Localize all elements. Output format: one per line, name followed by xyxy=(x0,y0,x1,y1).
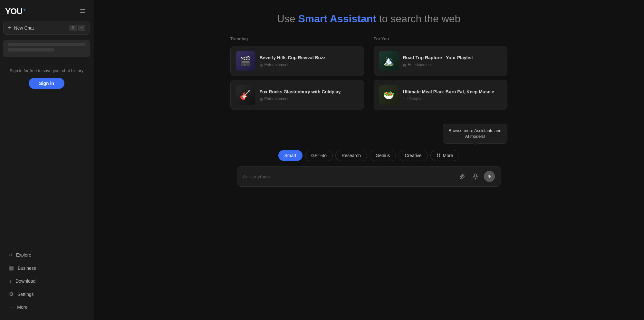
kbd-k: K xyxy=(78,25,85,31)
card-img-fox xyxy=(236,85,255,105)
card-category-meal: ⌂ Lifestyle xyxy=(403,97,502,101)
headline: Use Smart Assistant to search the web xyxy=(277,13,461,25)
new-chat-label: New Chat xyxy=(14,25,34,31)
card-img-meal xyxy=(379,85,399,105)
sidebar: YOU + New Chat ⌘ K Sign in for free to s… xyxy=(0,0,93,320)
sidebar-search-placeholder xyxy=(3,40,90,57)
for-you-section: For You Road Trip Rapture - Your Playlis… xyxy=(374,36,507,114)
sign-in-prompt: Sign in for free to save your chat histo… xyxy=(10,68,83,74)
tab-creative[interactable]: Creative xyxy=(399,150,428,161)
svg-rect-3 xyxy=(437,154,438,155)
svg-rect-6 xyxy=(439,155,440,157)
card-info-meal: Ultimate Meal Plan: Burn Fat, Keep Muscl… xyxy=(403,89,502,101)
svg-rect-1 xyxy=(80,11,83,11)
headline-prefix: Use xyxy=(277,13,298,24)
for-you-title: For You xyxy=(374,36,507,41)
category-icon-fox: ▦ xyxy=(260,97,263,101)
sidebar-nav: ○ Explore ▦ Business ↓ Download ⚙ Settin… xyxy=(0,245,93,320)
send-button[interactable] xyxy=(484,171,495,182)
attachment-button[interactable] xyxy=(458,172,467,181)
sidebar-item-explore[interactable]: ○ Explore xyxy=(3,249,91,261)
trending-section: Trending Beverly Hills Cop Revival Buzz … xyxy=(230,36,364,114)
search-input[interactable] xyxy=(243,174,454,179)
sidebar-sign-in-section: Sign in for free to save your chat histo… xyxy=(0,62,93,245)
placeholder-line-long xyxy=(8,43,85,46)
tab-genius[interactable]: Genius xyxy=(370,150,396,161)
logo: YOU xyxy=(5,6,25,16)
main-content: Use Smart Assistant to search the web Tr… xyxy=(93,0,644,320)
tab-gpt4o[interactable]: GPT-4o xyxy=(305,150,333,161)
card-info-road-trip: Road Trip Rapture - Your Playlist ▦ Ente… xyxy=(403,55,502,67)
sidebar-item-label-download: Download xyxy=(15,278,35,284)
svg-rect-4 xyxy=(439,154,440,155)
card-title-beverly: Beverly Hills Cop Revival Buzz xyxy=(260,55,359,61)
sidebar-item-business[interactable]: ▦ Business xyxy=(3,261,91,275)
svg-rect-5 xyxy=(437,155,438,157)
sidebar-item-download[interactable]: ↓ Download xyxy=(3,275,91,287)
category-icon-beverly: ▦ xyxy=(260,63,263,67)
tooltip-wrapper: Browse more Assistants and AI models! xyxy=(230,124,507,144)
search-bar-container xyxy=(237,166,501,187)
settings-icon: ⚙ xyxy=(9,291,14,297)
placeholder-line-short xyxy=(8,48,54,52)
svg-rect-7 xyxy=(475,174,476,177)
card-title-fox: Fox Rocks Glastonbury with Coldplay xyxy=(260,89,359,95)
microphone-button[interactable] xyxy=(471,172,480,181)
card-info-fox: Fox Rocks Glastonbury with Coldplay ▦ En… xyxy=(260,89,359,101)
sidebar-item-label-explore: Explore xyxy=(16,252,31,258)
sidebar-toggle-button[interactable] xyxy=(78,6,88,17)
svg-rect-0 xyxy=(80,9,85,10)
card-img-beverly xyxy=(236,51,255,71)
more-icon: ··· xyxy=(9,304,13,310)
sidebar-item-label-more: More xyxy=(17,305,27,310)
card-title-meal: Ultimate Meal Plan: Burn Fat, Keep Muscl… xyxy=(403,89,502,95)
tab-more[interactable]: More xyxy=(430,150,459,161)
logo-text: YOU xyxy=(5,6,22,16)
tab-smart[interactable]: Smart xyxy=(278,150,303,161)
sidebar-item-settings[interactable]: ⚙ Settings xyxy=(3,287,91,301)
tooltip-text: Browse more Assistants and AI models! xyxy=(448,128,501,139)
card-title-road-trip: Road Trip Rapture - Your Playlist xyxy=(403,55,502,61)
card-category-fox: ▦ Entertainment xyxy=(260,97,359,101)
card-meal[interactable]: Ultimate Meal Plan: Burn Fat, Keep Muscl… xyxy=(374,80,507,110)
sidebar-item-more[interactable]: ··· More xyxy=(3,301,91,314)
category-icon-meal: ⌂ xyxy=(403,97,405,101)
logo-dot xyxy=(24,9,25,11)
card-fox[interactable]: Fox Rocks Glastonbury with Coldplay ▦ En… xyxy=(230,80,364,110)
trending-title: Trending xyxy=(230,36,364,41)
tab-research[interactable]: Research xyxy=(335,150,367,161)
sidebar-item-label-business: Business xyxy=(18,266,36,271)
plus-icon: + xyxy=(8,24,12,31)
explore-icon: ○ xyxy=(9,252,12,258)
card-category-beverly: ▦ Entertainment xyxy=(260,62,359,67)
svg-rect-2 xyxy=(80,12,85,13)
card-road-trip[interactable]: Road Trip Rapture - Your Playlist ▦ Ente… xyxy=(374,46,507,76)
kbd-cmd: ⌘ xyxy=(69,25,77,31)
search-icons xyxy=(458,171,495,182)
tabs-row: Smart GPT-4o Research Genius Creative Mo… xyxy=(278,150,459,161)
new-chat-button[interactable]: + New Chat ⌘ K xyxy=(3,21,90,35)
tooltip-box: Browse more Assistants and AI models! xyxy=(443,124,507,144)
sidebar-search-area xyxy=(0,40,93,62)
sidebar-header: YOU xyxy=(0,0,93,21)
headline-accent: Smart Assistant xyxy=(298,13,376,24)
grid-icon xyxy=(437,153,441,158)
business-icon: ▦ xyxy=(9,265,14,271)
content-sections: Trending Beverly Hills Cop Revival Buzz … xyxy=(230,36,507,114)
download-icon: ↓ xyxy=(9,278,12,284)
search-bar xyxy=(237,166,501,187)
card-img-road-trip xyxy=(379,51,399,71)
card-beverly[interactable]: Beverly Hills Cop Revival Buzz ▦ Enterta… xyxy=(230,46,364,76)
category-icon-road-trip: ▦ xyxy=(403,63,406,67)
card-category-road-trip: ▦ Entertainment xyxy=(403,62,502,67)
sign-in-button[interactable]: Sign in xyxy=(29,78,64,89)
sidebar-item-label-settings: Settings xyxy=(17,292,34,297)
headline-suffix: to search the web xyxy=(376,13,460,24)
card-info-beverly: Beverly Hills Cop Revival Buzz ▦ Enterta… xyxy=(260,55,359,67)
